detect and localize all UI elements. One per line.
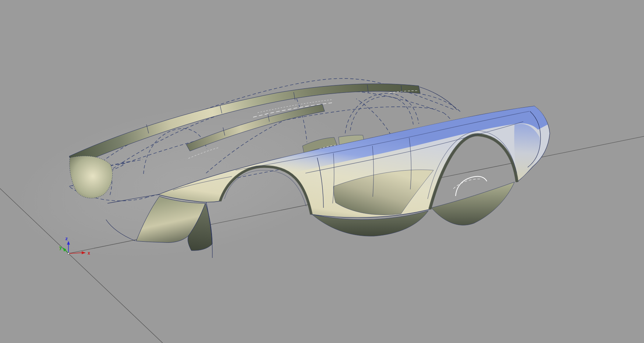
highlight-curve[interactable] bbox=[453, 179, 482, 189]
y-axis-label: y bbox=[59, 245, 62, 250]
rear-lower-surface[interactable] bbox=[431, 182, 514, 225]
3d-viewport[interactable]: x y z bbox=[0, 0, 644, 343]
origin-marker bbox=[68, 253, 70, 255]
z-axis-label: z bbox=[65, 236, 68, 241]
viewport-canvas[interactable]: x y z bbox=[0, 0, 644, 343]
x-axis-label: x bbox=[88, 251, 90, 256]
construction-curve[interactable] bbox=[356, 99, 391, 135]
